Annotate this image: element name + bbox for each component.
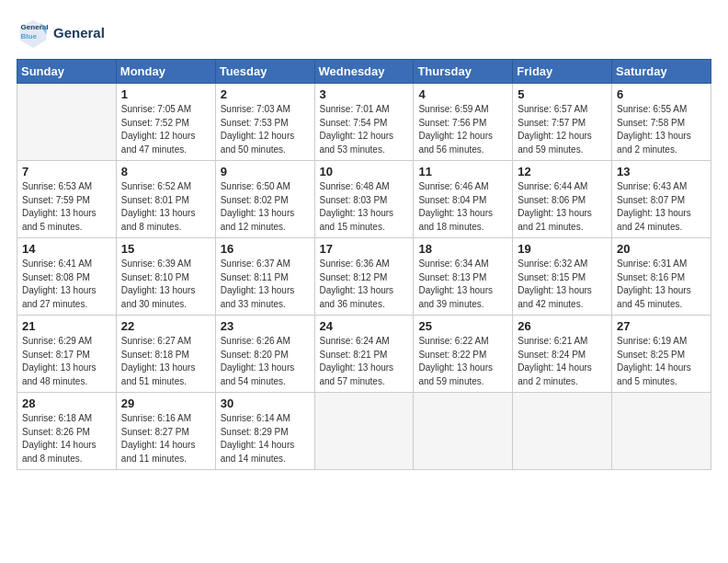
calendar-cell: 18Sunrise: 6:34 AMSunset: 8:13 PMDayligh… [414,238,513,316]
calendar-cell [513,393,612,470]
calendar-cell: 27Sunrise: 6:19 AMSunset: 8:25 PMDayligh… [612,316,711,393]
day-info: Sunrise: 6:48 AMSunset: 8:03 PMDaylight:… [320,180,409,234]
calendar-cell: 30Sunrise: 6:14 AMSunset: 8:29 PMDayligh… [215,393,314,470]
day-info: Sunrise: 6:29 AMSunset: 8:17 PMDaylight:… [22,335,111,388]
calendar-week-row: 1Sunrise: 7:05 AMSunset: 7:52 PMDaylight… [17,84,711,161]
day-number: 21 [22,319,111,333]
calendar-cell: 7Sunrise: 6:53 AMSunset: 7:59 PMDaylight… [17,161,117,238]
calendar-cell: 21Sunrise: 6:29 AMSunset: 8:17 PMDayligh… [17,316,117,393]
calendar-cell: 13Sunrise: 6:43 AMSunset: 8:07 PMDayligh… [612,161,711,238]
day-number: 19 [518,242,607,256]
day-info: Sunrise: 6:36 AMSunset: 8:12 PMDaylight:… [320,258,409,311]
calendar-cell: 9Sunrise: 6:50 AMSunset: 8:02 PMDaylight… [215,161,314,238]
calendar-table: SundayMondayTuesdayWednesdayThursdayFrid… [17,59,711,470]
day-number: 29 [121,396,210,410]
calendar-cell: 12Sunrise: 6:44 AMSunset: 8:06 PMDayligh… [513,161,612,238]
day-number: 16 [221,242,310,256]
day-info: Sunrise: 7:01 AMSunset: 7:54 PMDaylight:… [320,103,409,156]
calendar-cell: 4Sunrise: 6:59 AMSunset: 7:56 PMDaylight… [414,84,513,161]
calendar-cell [314,393,414,470]
day-number: 11 [418,165,507,178]
day-info: Sunrise: 6:14 AMSunset: 8:29 PMDaylight:… [221,412,310,465]
calendar-cell: 19Sunrise: 6:32 AMSunset: 8:15 PMDayligh… [513,238,612,316]
day-number: 5 [518,87,607,101]
day-info: Sunrise: 6:37 AMSunset: 8:11 PMDaylight:… [221,258,310,311]
weekday-header-thursday: Thursday [414,60,513,84]
header: General Blue General [17,17,711,50]
day-number: 12 [518,165,607,178]
day-number: 30 [221,396,310,410]
logo: General Blue General [17,17,105,50]
day-info: Sunrise: 6:41 AMSunset: 8:08 PMDaylight:… [22,258,111,311]
calendar-cell: 28Sunrise: 6:18 AMSunset: 8:26 PMDayligh… [17,393,117,470]
day-number: 23 [221,319,310,333]
weekday-header-row: SundayMondayTuesdayWednesdayThursdayFrid… [17,60,711,84]
day-info: Sunrise: 6:19 AMSunset: 8:25 PMDaylight:… [617,335,706,388]
day-info: Sunrise: 6:39 AMSunset: 8:10 PMDaylight:… [121,258,210,311]
calendar-cell: 5Sunrise: 6:57 AMSunset: 7:57 PMDaylight… [513,84,612,161]
logo-icon: General Blue [17,17,50,50]
day-info: Sunrise: 6:59 AMSunset: 7:56 PMDaylight:… [418,103,507,156]
day-info: Sunrise: 6:32 AMSunset: 8:15 PMDaylight:… [518,258,607,311]
calendar-cell [414,393,513,470]
calendar-cell: 24Sunrise: 6:24 AMSunset: 8:21 PMDayligh… [314,316,414,393]
calendar-week-row: 7Sunrise: 6:53 AMSunset: 7:59 PMDaylight… [17,161,711,238]
day-info: Sunrise: 6:44 AMSunset: 8:06 PMDaylight:… [518,180,607,234]
day-number: 1 [121,87,210,101]
calendar-cell: 2Sunrise: 7:03 AMSunset: 7:53 PMDaylight… [215,84,314,161]
calendar-cell [612,393,711,470]
day-number: 20 [617,242,706,256]
calendar-week-row: 28Sunrise: 6:18 AMSunset: 8:26 PMDayligh… [17,393,711,470]
day-number: 27 [617,319,706,333]
calendar-cell: 14Sunrise: 6:41 AMSunset: 8:08 PMDayligh… [17,238,117,316]
calendar-cell: 26Sunrise: 6:21 AMSunset: 8:24 PMDayligh… [513,316,612,393]
day-info: Sunrise: 6:22 AMSunset: 8:22 PMDaylight:… [418,335,507,388]
calendar-cell: 23Sunrise: 6:26 AMSunset: 8:20 PMDayligh… [215,316,314,393]
day-number: 28 [22,396,111,410]
calendar-cell: 15Sunrise: 6:39 AMSunset: 8:10 PMDayligh… [116,238,215,316]
calendar-cell: 6Sunrise: 6:55 AMSunset: 7:58 PMDaylight… [612,84,711,161]
calendar-cell: 11Sunrise: 6:46 AMSunset: 8:04 PMDayligh… [414,161,513,238]
day-number: 18 [418,242,507,256]
day-info: Sunrise: 6:34 AMSunset: 8:13 PMDaylight:… [418,258,507,311]
day-info: Sunrise: 7:03 AMSunset: 7:53 PMDaylight:… [221,103,310,156]
weekday-header-saturday: Saturday [612,60,711,84]
day-number: 13 [617,165,706,178]
day-number: 4 [418,87,507,101]
calendar-cell: 10Sunrise: 6:48 AMSunset: 8:03 PMDayligh… [314,161,414,238]
day-number: 24 [320,319,409,333]
day-info: Sunrise: 6:31 AMSunset: 8:16 PMDaylight:… [617,258,706,311]
day-info: Sunrise: 6:18 AMSunset: 8:26 PMDaylight:… [22,412,111,465]
day-number: 8 [121,165,210,178]
day-number: 22 [121,319,210,333]
day-info: Sunrise: 7:05 AMSunset: 7:52 PMDaylight:… [121,103,210,156]
day-number: 2 [221,87,310,101]
calendar-cell: 20Sunrise: 6:31 AMSunset: 8:16 PMDayligh… [612,238,711,316]
day-number: 9 [221,165,310,178]
calendar-week-row: 14Sunrise: 6:41 AMSunset: 8:08 PMDayligh… [17,238,711,316]
day-number: 25 [418,319,507,333]
calendar-cell: 1Sunrise: 7:05 AMSunset: 7:52 PMDaylight… [116,84,215,161]
day-info: Sunrise: 6:50 AMSunset: 8:02 PMDaylight:… [221,180,310,234]
weekday-header-friday: Friday [513,60,612,84]
weekday-header-tuesday: Tuesday [215,60,314,84]
day-info: Sunrise: 6:52 AMSunset: 8:01 PMDaylight:… [121,180,210,234]
day-info: Sunrise: 6:21 AMSunset: 8:24 PMDaylight:… [518,335,607,388]
day-number: 3 [320,87,409,101]
weekday-header-sunday: Sunday [17,60,117,84]
logo-text: General [53,26,105,41]
calendar-cell: 3Sunrise: 7:01 AMSunset: 7:54 PMDaylight… [314,84,414,161]
svg-text:Blue: Blue [21,32,38,40]
day-info: Sunrise: 6:43 AMSunset: 8:07 PMDaylight:… [617,180,706,234]
calendar-cell: 16Sunrise: 6:37 AMSunset: 8:11 PMDayligh… [215,238,314,316]
day-info: Sunrise: 6:46 AMSunset: 8:04 PMDaylight:… [418,180,507,234]
day-info: Sunrise: 6:16 AMSunset: 8:27 PMDaylight:… [121,412,210,465]
calendar-cell [17,84,117,161]
day-info: Sunrise: 6:53 AMSunset: 7:59 PMDaylight:… [22,180,111,234]
day-info: Sunrise: 6:55 AMSunset: 7:58 PMDaylight:… [617,103,706,156]
day-number: 6 [617,87,706,101]
calendar-cell: 8Sunrise: 6:52 AMSunset: 8:01 PMDaylight… [116,161,215,238]
weekday-header-monday: Monday [116,60,215,84]
calendar-week-row: 21Sunrise: 6:29 AMSunset: 8:17 PMDayligh… [17,316,711,393]
day-number: 15 [121,242,210,256]
